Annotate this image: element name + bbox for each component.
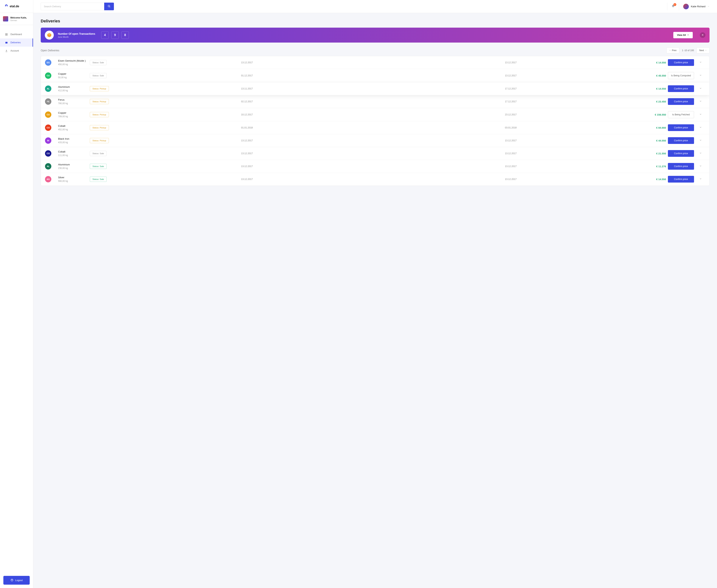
user-name: Katie Richard [691, 5, 705, 8]
view-all-button[interactable]: View All [673, 32, 693, 38]
user-menu[interactable]: Katie Richard [679, 4, 710, 9]
date-start: 13.12.2017 [116, 139, 378, 142]
welcome-language: German [10, 19, 27, 21]
notifications-button[interactable]: 2 [667, 3, 679, 10]
expand-row-button[interactable] [696, 100, 705, 103]
material-avatar: AL [45, 163, 52, 169]
expand-row-button[interactable] [696, 74, 705, 77]
date-start: 13.12.2017 [116, 178, 378, 181]
expand-row-button[interactable] [696, 126, 705, 129]
confirm-price-button[interactable]: Confirm price [668, 98, 694, 105]
confirm-price-button[interactable]: Confirm price [668, 85, 694, 92]
svg-rect-3 [6, 35, 7, 36]
price: € 84.660 [643, 126, 666, 129]
logout-label: Logout [15, 579, 23, 582]
svg-rect-1 [6, 33, 7, 34]
date-end: 23.12.2017 [380, 113, 642, 116]
next-page-button[interactable]: Next [696, 47, 710, 54]
date-start: 13.12.2017 [116, 152, 378, 155]
prev-page-button[interactable]: Prev [667, 47, 679, 54]
svg-rect-0 [5, 33, 6, 34]
search-button[interactable] [104, 3, 114, 10]
status-chip: Status: Sale [90, 60, 107, 65]
avatar [3, 16, 8, 21]
sidebar-item-account[interactable]: Account [0, 47, 33, 55]
date-start: 02.12.2017 [116, 100, 378, 103]
expand-row-button[interactable] [696, 139, 705, 142]
computing-status-button[interactable]: Is Being Computed [668, 72, 694, 79]
confirm-price-button[interactable]: Confirm price [668, 150, 694, 157]
material-avatar: CU [45, 72, 52, 79]
confirm-price-button[interactable]: Confirm price [668, 124, 694, 131]
delivery-row: COCobalt452,00 kgStatus: Pickup01.01.201… [41, 121, 709, 134]
date-start: 13.11.2017 [116, 87, 378, 90]
date-end: 13.12.2017 [380, 178, 642, 181]
chevron-down-icon [699, 61, 702, 64]
confirm-price-button[interactable]: Confirm price [668, 59, 694, 66]
delivery-row: AGSilver560,00 kgStatus: Sale13.12.20171… [41, 173, 709, 186]
section-title: Open Deliveries [41, 49, 59, 52]
price: € 45.550 [643, 74, 666, 77]
material-avatar: BI [45, 138, 52, 144]
date-start: 10.12.2017 [116, 113, 378, 116]
logo[interactable]: etal.de [0, 0, 33, 13]
banner-digit: 8 [121, 31, 129, 39]
logout-button[interactable]: Logout [3, 576, 30, 585]
expand-row-button[interactable] [696, 152, 705, 155]
delivery-row: CUCopper50,00 kgStatus: Sale01.12.201713… [41, 69, 709, 82]
sidebar-item-dashboard[interactable]: Dashboard [0, 30, 33, 39]
date-end: 13.12.2017 [380, 61, 642, 64]
banner-digit: 4 [101, 31, 109, 39]
box-icon [45, 30, 54, 40]
material-weight: 111,00 kg [58, 154, 88, 156]
material-avatar: CU [45, 111, 52, 118]
material-avatar: CO [45, 125, 52, 131]
expand-row-button[interactable] [696, 177, 705, 181]
status-chip: Status: Sale [90, 164, 107, 169]
close-banner-button[interactable] [700, 32, 705, 38]
status-chip: Status: Pickup [90, 99, 109, 104]
status-chip: Status: Pickup [90, 125, 109, 130]
expand-row-button[interactable] [696, 113, 705, 116]
page-title: Deliveries [41, 19, 710, 23]
svg-line-9 [109, 7, 110, 7]
material-avatar: EG [45, 59, 52, 66]
price: € 44.550 [643, 139, 666, 142]
expand-row-button[interactable] [696, 87, 705, 90]
material-name: Cobalt [58, 125, 88, 127]
status-chip: Status: Pickup [90, 86, 109, 91]
banner-subtitle: June Month [58, 36, 95, 38]
confirm-price-button[interactable]: Confirm price [668, 163, 694, 170]
material-weight: 789,00 kg [58, 115, 88, 118]
material-name: Ferus [58, 98, 88, 101]
close-icon [701, 34, 704, 37]
date-start: 01.12.2017 [116, 74, 378, 77]
status-chip: Status: Sale [90, 73, 107, 78]
chevron-down-icon [699, 177, 702, 181]
price: € 21.550 [643, 152, 666, 155]
material-avatar: CO [45, 150, 52, 156]
welcome-block: Welcome Katie, German [0, 13, 33, 25]
svg-rect-2 [5, 35, 6, 36]
fetching-status-button[interactable]: Is Being Fetched [668, 111, 694, 118]
chevron-right-icon [687, 34, 689, 36]
chevron-left-icon [669, 49, 671, 52]
confirm-price-button[interactable]: Confirm price [668, 137, 694, 144]
confirm-price-button[interactable]: Confirm price [668, 176, 694, 183]
expand-row-button[interactable] [696, 61, 705, 64]
banner-title: Number Of open Transactions [58, 32, 95, 35]
welcome-greeting: Welcome Katie, [10, 16, 27, 19]
sidebar-item-label: Account [11, 49, 19, 52]
sidebar-item-label: Deliveries [11, 41, 21, 44]
chevron-down-icon [699, 165, 702, 168]
material-name: Copper [58, 72, 88, 75]
chevron-right-icon [705, 49, 707, 52]
expand-row-button[interactable] [696, 165, 705, 168]
delivery-row: ALAluminium412,00 kgStatus: Pickup13.11.… [41, 82, 709, 95]
avatar [683, 4, 689, 9]
material-weight: 50,00 kg [58, 76, 88, 79]
sidebar-item-deliveries[interactable]: Deliveries [0, 39, 33, 47]
prev-label: Prev [672, 49, 677, 52]
search-input[interactable] [41, 3, 104, 10]
chevron-down-icon [699, 87, 702, 90]
